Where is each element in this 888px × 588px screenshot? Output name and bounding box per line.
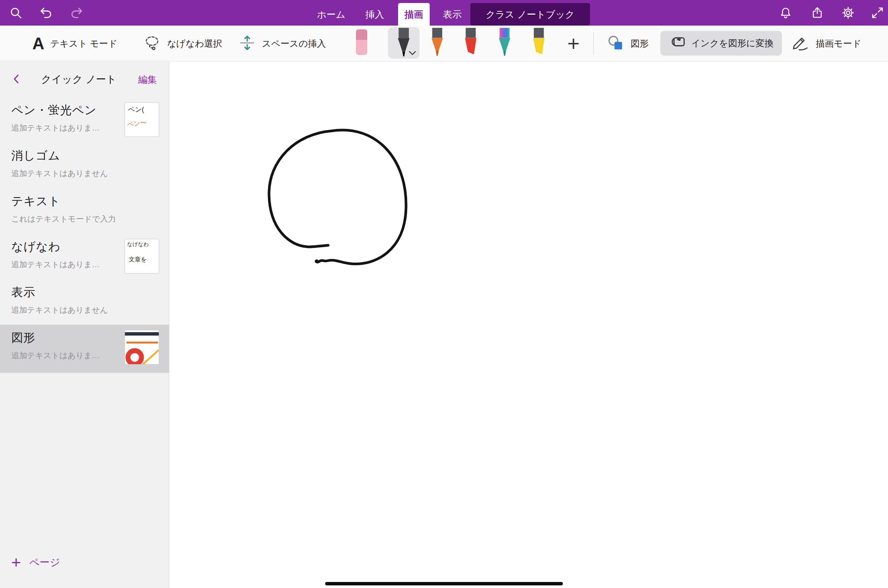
thumbnail-ink-text: ペン( (128, 105, 144, 114)
page-item-pen-highlighter[interactable]: ペン・蛍光ペン 追加テキストはありま… ペン( ペン〜 (0, 97, 169, 143)
rainbow-pen-icon (496, 52, 513, 58)
tab-view[interactable]: 表示 (436, 3, 469, 26)
page-subtitle: 追加テキストはありま… (11, 259, 116, 270)
ink-drawing-circle (269, 130, 406, 264)
thumbnail-shapes-graphic (125, 330, 159, 365)
share-button[interactable] (808, 4, 826, 22)
insert-space-label: スペースの挿入 (262, 38, 326, 50)
add-pen-button[interactable]: + (563, 26, 584, 61)
page-thumbnail: ペン( ペン〜 (125, 102, 159, 137)
fullscreen-button[interactable] (868, 4, 886, 22)
ink-to-shape-icon (669, 34, 686, 53)
page-item-lasso[interactable]: なげなわ 追加テキストはありま… なげなわ 文章を (0, 234, 169, 279)
page-subtitle: 追加テキストはありません (11, 305, 116, 315)
draw-mode-button[interactable]: 描画モード (790, 26, 861, 61)
page-item-eraser[interactable]: 消しゴム 追加テキストはありません (0, 143, 169, 188)
yellow-highlighter-tool[interactable] (530, 28, 547, 59)
onenote-app-window: ホーム 挿入 描画 表示 クラス ノートブック (0, 0, 888, 588)
sidebar-header: クイック ノート 編集 (0, 62, 169, 97)
thumbnail-ink-text: なげなわ (127, 241, 149, 248)
lasso-select-button[interactable]: なげなわ選択 (144, 26, 222, 61)
page-thumbnail: なげなわ 文章を (125, 239, 159, 273)
page-title: 図形 (11, 330, 116, 346)
page-item-shapes[interactable]: 図形 追加テキストはありま… (0, 325, 169, 373)
page-subtitle: 追加テキストはありま… (11, 350, 116, 361)
red-highlighter-icon (462, 52, 479, 58)
ink-to-shape-button[interactable]: インクを図形に変換 (660, 31, 782, 56)
ink-to-shape-label: インクを図形に変換 (691, 37, 774, 49)
settings-button[interactable] (839, 4, 857, 22)
top-navigation-bar: ホーム 挿入 描画 表示 クラス ノートブック (0, 0, 888, 26)
page-subtitle: これはテキストモードで入力し… (11, 214, 116, 224)
thumbnail-ink-text-orange: ペン〜 (127, 118, 147, 129)
tab-draw[interactable]: 描画 (398, 3, 430, 26)
page-title: 表示 (11, 284, 116, 300)
draw-mode-icon (790, 34, 810, 53)
ink-layer (170, 62, 888, 588)
insert-space-icon (239, 34, 256, 53)
ribbon-tab-bar: ホーム 挿入 描画 表示 クラス ノートブック (0, 0, 888, 26)
toolbar-divider (593, 32, 594, 55)
insert-space-button[interactable]: スペースの挿入 (239, 26, 326, 61)
page-item-text[interactable]: テキスト これはテキストモードで入力し… (0, 188, 169, 234)
plus-icon: + (11, 554, 21, 571)
tab-class-notebook[interactable]: クラス ノートブック (470, 3, 590, 26)
shapes-icon (607, 34, 625, 53)
page-list-sidebar: クイック ノート 編集 ペン・蛍光ペン 追加テキストはありま… ペン( ペン〜 … (0, 62, 169, 588)
lasso-icon (144, 34, 161, 53)
eraser-tool[interactable] (354, 29, 369, 57)
shapes-button[interactable]: 図形 (607, 26, 649, 61)
eraser-icon (354, 50, 369, 57)
black-pen-tool[interactable] (388, 27, 420, 59)
lasso-select-label: なげなわ選択 (167, 38, 222, 50)
share-icon (810, 6, 824, 20)
page-title: なげなわ (11, 239, 116, 255)
notifications-button[interactable] (777, 4, 795, 22)
add-page-label: ページ (29, 556, 60, 569)
thumbnail-ink-text: 文章を (129, 256, 147, 264)
edit-button[interactable]: 編集 (138, 62, 157, 97)
page-title: ペン・蛍光ペン (11, 102, 116, 118)
page-title: テキスト (11, 193, 116, 209)
orange-pen-tool[interactable] (429, 28, 446, 59)
shapes-label: 図形 (631, 38, 649, 50)
chevron-left-icon (11, 73, 22, 87)
home-indicator[interactable] (325, 582, 563, 585)
page-subtitle: 追加テキストはありません (11, 168, 116, 179)
page-title: 消しゴム (11, 148, 116, 164)
tab-home[interactable]: ホーム (312, 3, 350, 26)
chevron-down-icon (408, 50, 417, 58)
bell-icon (779, 6, 792, 20)
rainbow-pen-tool[interactable] (496, 28, 513, 59)
red-highlighter-tool[interactable] (462, 28, 479, 59)
page-item-view[interactable]: 表示 追加テキストはありません (0, 279, 169, 325)
notebook-section-title: クイック ノート (23, 62, 135, 97)
text-mode-button[interactable]: A テキスト モード (32, 26, 117, 61)
page-list: ペン・蛍光ペン 追加テキストはありま… ペン( ペン〜 消しゴム 追加テキストは… (0, 97, 169, 373)
orange-pen-icon (429, 52, 446, 58)
draw-mode-label: 描画モード (816, 38, 861, 50)
letter-a-icon: A (32, 35, 44, 52)
page-subtitle: 追加テキストはありま… (11, 123, 116, 133)
tab-insert[interactable]: 挿入 (357, 3, 392, 26)
yellow-highlighter-icon (530, 52, 547, 58)
note-canvas[interactable] (170, 62, 888, 588)
gear-icon (841, 6, 855, 20)
drawing-toolbar: A テキスト モード なげなわ選択 ス (0, 26, 888, 61)
add-page-button[interactable]: + ページ (11, 554, 60, 571)
page-thumbnail (125, 330, 159, 365)
expand-icon (871, 6, 884, 20)
text-mode-label: テキスト モード (50, 38, 117, 50)
